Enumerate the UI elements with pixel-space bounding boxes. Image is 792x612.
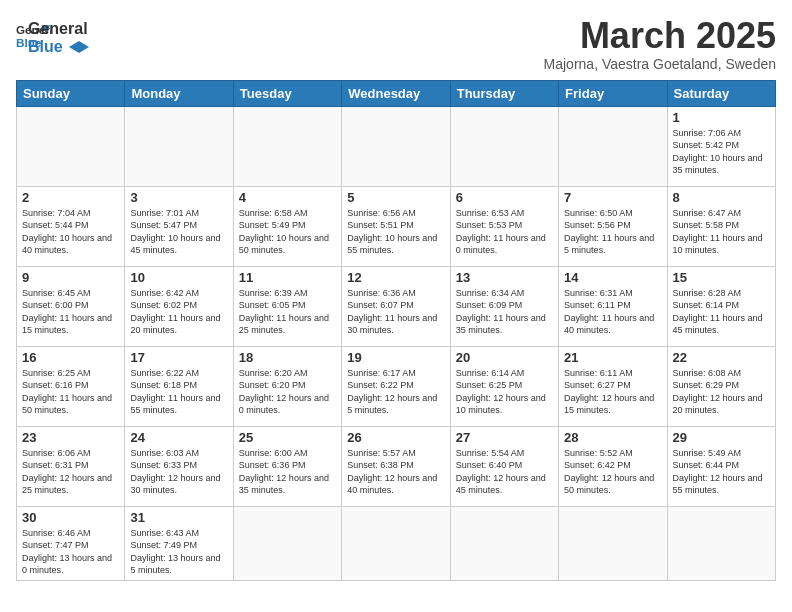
table-cell: 17Sunrise: 6:22 AM Sunset: 6:18 PM Dayli… [125,346,233,426]
day-number: 21 [564,350,661,365]
table-cell: 25Sunrise: 6:00 AM Sunset: 6:36 PM Dayli… [233,426,341,506]
table-cell: 19Sunrise: 6:17 AM Sunset: 6:22 PM Dayli… [342,346,450,426]
day-info: Sunrise: 6:47 AM Sunset: 5:58 PM Dayligh… [673,207,770,257]
table-cell: 2Sunrise: 7:04 AM Sunset: 5:44 PM Daylig… [17,186,125,266]
table-cell [233,506,341,580]
table-cell: 22Sunrise: 6:08 AM Sunset: 6:29 PM Dayli… [667,346,775,426]
day-number: 12 [347,270,444,285]
day-info: Sunrise: 5:57 AM Sunset: 6:38 PM Dayligh… [347,447,444,497]
day-number: 7 [564,190,661,205]
header-sunday: Sunday [17,80,125,106]
table-cell: 20Sunrise: 6:14 AM Sunset: 6:25 PM Dayli… [450,346,558,426]
day-number: 22 [673,350,770,365]
week-row-5: 23Sunrise: 6:06 AM Sunset: 6:31 PM Dayli… [17,426,776,506]
day-info: Sunrise: 6:11 AM Sunset: 6:27 PM Dayligh… [564,367,661,417]
table-cell: 12Sunrise: 6:36 AM Sunset: 6:07 PM Dayli… [342,266,450,346]
day-info: Sunrise: 5:52 AM Sunset: 6:42 PM Dayligh… [564,447,661,497]
day-number: 31 [130,510,227,525]
day-number: 4 [239,190,336,205]
day-number: 15 [673,270,770,285]
table-cell: 14Sunrise: 6:31 AM Sunset: 6:11 PM Dayli… [559,266,667,346]
day-info: Sunrise: 6:53 AM Sunset: 5:53 PM Dayligh… [456,207,553,257]
header-thursday: Thursday [450,80,558,106]
day-info: Sunrise: 7:01 AM Sunset: 5:47 PM Dayligh… [130,207,227,257]
day-info: Sunrise: 7:06 AM Sunset: 5:42 PM Dayligh… [673,127,770,177]
day-number: 20 [456,350,553,365]
day-number: 6 [456,190,553,205]
day-info: Sunrise: 6:36 AM Sunset: 6:07 PM Dayligh… [347,287,444,337]
day-info: Sunrise: 6:46 AM Sunset: 7:47 PM Dayligh… [22,527,119,577]
day-number: 18 [239,350,336,365]
day-info: Sunrise: 6:22 AM Sunset: 6:18 PM Dayligh… [130,367,227,417]
week-row-6: 30Sunrise: 6:46 AM Sunset: 7:47 PM Dayli… [17,506,776,580]
table-cell: 8Sunrise: 6:47 AM Sunset: 5:58 PM Daylig… [667,186,775,266]
title-block: March 2025 Majorna, Vaestra Goetaland, S… [544,16,776,72]
week-row-2: 2Sunrise: 7:04 AM Sunset: 5:44 PM Daylig… [17,186,776,266]
table-cell: 3Sunrise: 7:01 AM Sunset: 5:47 PM Daylig… [125,186,233,266]
table-cell: 4Sunrise: 6:58 AM Sunset: 5:49 PM Daylig… [233,186,341,266]
table-cell: 10Sunrise: 6:42 AM Sunset: 6:02 PM Dayli… [125,266,233,346]
day-number: 2 [22,190,119,205]
table-cell: 7Sunrise: 6:50 AM Sunset: 5:56 PM Daylig… [559,186,667,266]
table-cell [342,506,450,580]
table-cell: 9Sunrise: 6:45 AM Sunset: 6:00 PM Daylig… [17,266,125,346]
day-number: 24 [130,430,227,445]
day-info: Sunrise: 7:04 AM Sunset: 5:44 PM Dayligh… [22,207,119,257]
table-cell: 28Sunrise: 5:52 AM Sunset: 6:42 PM Dayli… [559,426,667,506]
table-cell [559,506,667,580]
table-cell: 29Sunrise: 5:49 AM Sunset: 6:44 PM Dayli… [667,426,775,506]
table-cell: 18Sunrise: 6:20 AM Sunset: 6:20 PM Dayli… [233,346,341,426]
day-info: Sunrise: 6:20 AM Sunset: 6:20 PM Dayligh… [239,367,336,417]
day-info: Sunrise: 6:50 AM Sunset: 5:56 PM Dayligh… [564,207,661,257]
table-cell: 23Sunrise: 6:06 AM Sunset: 6:31 PM Dayli… [17,426,125,506]
day-number: 11 [239,270,336,285]
day-info: Sunrise: 5:49 AM Sunset: 6:44 PM Dayligh… [673,447,770,497]
day-info: Sunrise: 6:34 AM Sunset: 6:09 PM Dayligh… [456,287,553,337]
table-cell: 13Sunrise: 6:34 AM Sunset: 6:09 PM Dayli… [450,266,558,346]
table-cell: 27Sunrise: 5:54 AM Sunset: 6:40 PM Dayli… [450,426,558,506]
table-cell [125,106,233,186]
day-number: 25 [239,430,336,445]
day-number: 13 [456,270,553,285]
weekday-header-row: Sunday Monday Tuesday Wednesday Thursday… [17,80,776,106]
day-number: 19 [347,350,444,365]
day-info: Sunrise: 6:39 AM Sunset: 6:05 PM Dayligh… [239,287,336,337]
day-number: 5 [347,190,444,205]
table-cell [450,506,558,580]
table-cell [667,506,775,580]
table-cell: 26Sunrise: 5:57 AM Sunset: 6:38 PM Dayli… [342,426,450,506]
table-cell [233,106,341,186]
page-header: General Blue General Blue March 2025 Maj… [16,16,776,72]
day-number: 3 [130,190,227,205]
day-number: 10 [130,270,227,285]
header-wednesday: Wednesday [342,80,450,106]
day-info: Sunrise: 6:28 AM Sunset: 6:14 PM Dayligh… [673,287,770,337]
table-cell: 21Sunrise: 6:11 AM Sunset: 6:27 PM Dayli… [559,346,667,426]
day-number: 9 [22,270,119,285]
logo: General Blue General Blue [16,16,89,55]
day-info: Sunrise: 6:00 AM Sunset: 6:36 PM Dayligh… [239,447,336,497]
day-number: 14 [564,270,661,285]
day-info: Sunrise: 6:03 AM Sunset: 6:33 PM Dayligh… [130,447,227,497]
day-number: 8 [673,190,770,205]
day-info: Sunrise: 6:45 AM Sunset: 6:00 PM Dayligh… [22,287,119,337]
day-info: Sunrise: 6:31 AM Sunset: 6:11 PM Dayligh… [564,287,661,337]
day-info: Sunrise: 6:14 AM Sunset: 6:25 PM Dayligh… [456,367,553,417]
calendar-title: March 2025 [544,16,776,56]
table-cell [450,106,558,186]
header-saturday: Saturday [667,80,775,106]
table-cell: 16Sunrise: 6:25 AM Sunset: 6:16 PM Dayli… [17,346,125,426]
day-number: 16 [22,350,119,365]
logo-general-text: General [28,20,89,38]
table-cell: 31Sunrise: 6:43 AM Sunset: 7:49 PM Dayli… [125,506,233,580]
header-friday: Friday [559,80,667,106]
day-number: 1 [673,110,770,125]
day-info: Sunrise: 6:06 AM Sunset: 6:31 PM Dayligh… [22,447,119,497]
day-info: Sunrise: 6:56 AM Sunset: 5:51 PM Dayligh… [347,207,444,257]
header-tuesday: Tuesday [233,80,341,106]
day-number: 23 [22,430,119,445]
svg-marker-3 [69,41,89,53]
table-cell [342,106,450,186]
table-cell: 24Sunrise: 6:03 AM Sunset: 6:33 PM Dayli… [125,426,233,506]
day-info: Sunrise: 6:58 AM Sunset: 5:49 PM Dayligh… [239,207,336,257]
